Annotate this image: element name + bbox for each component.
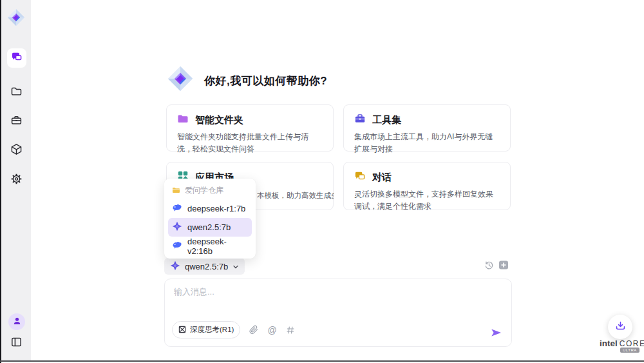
model-option-label: deepseek-v2:16b bbox=[187, 237, 248, 256]
screen-edge-bottom bbox=[0, 360, 644, 362]
app-logo-icon[interactable] bbox=[6, 8, 26, 30]
card-title: 智能文件夹 bbox=[195, 114, 243, 126]
model-dropdown: 爱问学仓库 deepseek-r1:7b qwen2.5:7b bbox=[164, 179, 256, 259]
deepseek-icon bbox=[172, 240, 182, 252]
card-desc: 灵活切换多模型文件，支持多样回复效果调试，满足个性化需求 bbox=[354, 188, 500, 212]
core-wordmark: core bbox=[620, 339, 644, 348]
toolset-icon bbox=[354, 113, 366, 127]
user-icon bbox=[12, 316, 22, 328]
download-button[interactable] bbox=[608, 315, 632, 339]
app-window: 你好,我可以如何帮助你? 智能文件夹 智能文件夹功能支持批量文件上传与清洗，轻松… bbox=[0, 0, 644, 363]
qwen-icon bbox=[172, 221, 182, 233]
sidebar bbox=[1, 0, 31, 360]
model-option-deepseek-v2[interactable]: deepseek-v2:16b bbox=[168, 237, 252, 255]
model-option-deepseek-r1[interactable]: deepseek-r1:7b bbox=[168, 199, 252, 218]
chat-icon bbox=[11, 51, 23, 65]
repository-icon bbox=[172, 186, 180, 196]
mention-icon[interactable]: @ bbox=[267, 325, 276, 335]
download-icon bbox=[615, 320, 626, 334]
intel-wordmark: intel bbox=[600, 338, 618, 348]
card-desc: 集成市场上主流工具，助力AI与外界无缝扩展与对接 bbox=[354, 131, 500, 155]
new-chat-icon[interactable] bbox=[498, 260, 509, 273]
sidebar-item-toolbox[interactable] bbox=[1, 114, 31, 129]
history-icon[interactable] bbox=[484, 260, 494, 273]
page-title: 你好,我可以如何帮助你? bbox=[204, 74, 327, 88]
intel-ultra-badge: ultra bbox=[620, 348, 639, 353]
cube-icon bbox=[10, 143, 23, 158]
model-selector[interactable]: qwen2.5:7b bbox=[164, 258, 245, 275]
deep-think-label: 深度思考(R1) bbox=[190, 325, 234, 335]
model-option-qwen[interactable]: qwen2.5:7b bbox=[168, 218, 252, 237]
gear-icon bbox=[10, 173, 23, 188]
attachment-icon[interactable] bbox=[249, 325, 258, 335]
model-group-label: 爱问学仓库 bbox=[185, 185, 223, 196]
sidebar-item-settings[interactable] bbox=[1, 173, 31, 188]
model-option-label: deepseek-r1:7b bbox=[187, 204, 245, 213]
model-dropdown-group: 爱问学仓库 bbox=[168, 182, 252, 199]
selected-model-label: qwen2.5:7b bbox=[185, 262, 228, 271]
message-input[interactable] bbox=[174, 286, 457, 315]
panel-icon bbox=[10, 336, 23, 351]
card-desc-fragment: 本模板，助力高效生成多 bbox=[257, 191, 334, 201]
card-dialogue[interactable]: 对话 灵活切换多模型文件，支持多样回复效果调试，满足个性化需求 bbox=[343, 162, 511, 210]
card-toolset[interactable]: 工具集 集成市场上主流工具，助力AI与外界无缝扩展与对接 bbox=[343, 104, 511, 152]
deepseek-icon bbox=[172, 202, 182, 215]
briefcase-icon bbox=[10, 114, 23, 129]
card-smart-folder[interactable]: 智能文件夹 智能文件夹功能支持批量文件上传与清洗，轻松实现文件问答 bbox=[166, 104, 334, 152]
card-title: 工具集 bbox=[372, 114, 401, 126]
model-option-label: qwen2.5:7b bbox=[187, 222, 231, 232]
card-desc: 智能文件夹功能支持批量文件上传与清洗，轻松实现文件问答 bbox=[177, 131, 323, 155]
smart-folder-icon bbox=[177, 113, 189, 127]
sidebar-item-chat[interactable] bbox=[7, 48, 26, 68]
qwen-icon bbox=[170, 260, 180, 273]
hash-icon[interactable] bbox=[286, 326, 295, 335]
dialogue-icon bbox=[354, 170, 366, 184]
sidebar-item-account[interactable] bbox=[8, 313, 25, 330]
message-composer: 深度思考(R1) @ bbox=[164, 279, 512, 347]
greeting-logo-icon bbox=[166, 64, 194, 95]
sidebar-toggle[interactable] bbox=[1, 336, 31, 351]
send-button[interactable] bbox=[491, 328, 502, 338]
deep-think-icon bbox=[178, 326, 186, 335]
chevron-down-icon bbox=[232, 262, 239, 271]
card-title: 对话 bbox=[372, 172, 392, 184]
composer-toolbar: 深度思考(R1) @ bbox=[172, 321, 295, 338]
sidebar-item-models[interactable] bbox=[1, 143, 31, 158]
deep-think-toggle[interactable]: 深度思考(R1) bbox=[172, 321, 240, 338]
sidebar-item-folders[interactable] bbox=[1, 85, 31, 100]
folder-icon bbox=[10, 85, 23, 100]
